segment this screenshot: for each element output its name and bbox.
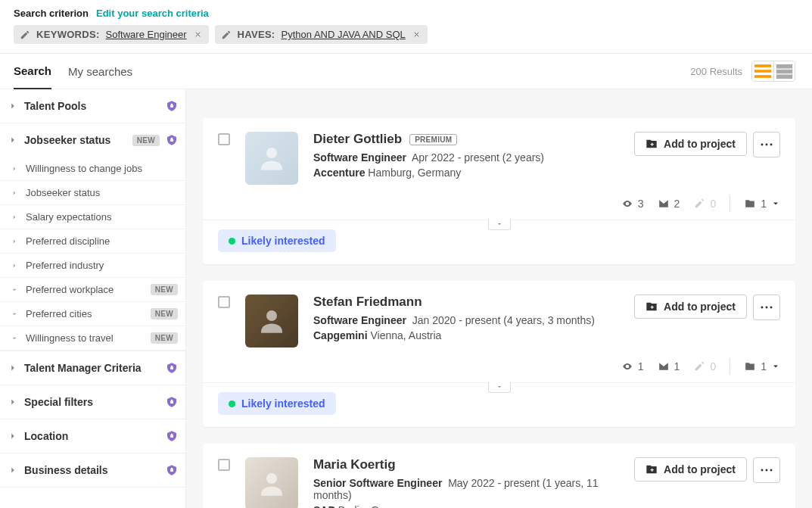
view-compact-button[interactable] (773, 61, 795, 81)
lock-icon (166, 429, 178, 443)
folder-icon (744, 198, 756, 209)
premium-badge: PREMIUM (409, 134, 457, 145)
svg-point-4 (266, 310, 277, 321)
filter-special[interactable]: Special filters (0, 385, 185, 419)
sub-label: Salary expectations (26, 211, 178, 223)
filter-talent-manager[interactable]: Talent Manager Criteria (0, 351, 185, 385)
chip-value: Software Engineer (106, 29, 187, 40)
pencil-icon (20, 30, 30, 40)
lock-icon (166, 99, 178, 113)
more-button[interactable] (753, 295, 780, 320)
svg-point-0 (266, 148, 277, 158)
notes-stat: 0 (693, 360, 716, 372)
sub-label: Willingness to change jobs (26, 163, 178, 174)
svg-point-11 (770, 469, 773, 472)
filter-title: Talent Pools (24, 100, 160, 112)
chevron-down-icon (771, 362, 780, 371)
select-checkbox[interactable] (218, 459, 230, 471)
avatar[interactable] (245, 457, 298, 508)
filter-sub-item[interactable]: Preferred cities NEW (0, 302, 185, 326)
interest-tag: Likely interested (218, 229, 336, 252)
mail-icon (658, 198, 670, 209)
chip-remove[interactable] (412, 30, 422, 39)
filter-sub-item[interactable]: Preferred industry (0, 254, 185, 278)
svg-point-9 (761, 469, 764, 472)
folders-toggle[interactable]: 1 (744, 360, 780, 372)
chevron-right-icon (11, 238, 18, 245)
more-button[interactable] (753, 457, 780, 483)
add-to-project-button[interactable]: Add to project (634, 457, 747, 482)
more-button[interactable] (753, 132, 780, 157)
avatar[interactable] (245, 295, 298, 347)
chevron-right-icon (8, 101, 18, 111)
filter-sub-item[interactable]: Jobseeker status (0, 181, 185, 205)
job-title-row: Senior Software Engineer May 2022 - pres… (313, 477, 634, 501)
candidate-name[interactable]: Maria Koertig (313, 457, 396, 472)
expand-card-button[interactable] (488, 219, 511, 230)
filter-jobseeker-status[interactable]: Jobseeker status NEW (0, 123, 185, 157)
svg-point-6 (766, 307, 768, 309)
filter-sub-item[interactable]: Willingness to travel NEW (0, 326, 185, 351)
sub-label: Willingness to travel (26, 332, 146, 344)
criterion-label: Search criterion (14, 8, 89, 19)
tab-search[interactable]: Search (14, 54, 51, 89)
chevron-down-icon (496, 384, 503, 390)
candidate-name[interactable]: Stefan Friedmann (313, 295, 422, 310)
lock-icon (166, 463, 178, 477)
company-row: Accenture Hamburg, Germany (313, 167, 634, 179)
status-dot (229, 238, 235, 245)
new-badge: NEW (151, 284, 178, 295)
chevron-right-icon (8, 397, 18, 407)
chip-remove[interactable] (193, 30, 203, 39)
edit-icon (693, 198, 705, 209)
company-row: SAP Berlin, Germany (313, 504, 634, 508)
mail-icon (658, 361, 670, 372)
add-to-project-button[interactable]: Add to project (634, 295, 747, 319)
filter-business-details[interactable]: Business details (0, 453, 185, 487)
filter-location[interactable]: Location (0, 419, 185, 453)
add-to-project-button[interactable]: Add to project (634, 132, 747, 156)
candidate-name[interactable]: Dieter Gottlieb (313, 132, 402, 147)
expand-card-button[interactable] (488, 382, 511, 393)
view-list-button[interactable] (752, 61, 773, 81)
folders-toggle[interactable]: 1 (744, 198, 780, 210)
add-btn-label: Add to project (664, 463, 736, 475)
filter-sub-item[interactable]: Preferred discipline (0, 229, 185, 254)
job-title-row: Software Engineer Apr 2022 - present (2 … (313, 151, 634, 164)
add-btn-label: Add to project (664, 138, 736, 150)
tab-my-searches[interactable]: My searches (68, 55, 132, 89)
pencil-icon (221, 30, 232, 40)
messages-stat: 1 (658, 360, 680, 372)
chip-keywords[interactable]: KEYWORDS: Software Engineer (14, 25, 209, 44)
search-chips: KEYWORDS: Software Engineer HAVES: Pytho… (14, 25, 798, 44)
svg-point-2 (766, 144, 768, 146)
select-checkbox[interactable] (218, 133, 230, 145)
filter-talent-pools[interactable]: Talent Pools (0, 89, 185, 123)
select-checkbox[interactable] (218, 296, 230, 308)
svg-point-3 (770, 144, 773, 146)
chevron-right-icon (8, 465, 18, 475)
filter-title: Talent Manager Criteria (24, 362, 160, 374)
filter-sub-item[interactable]: Preferred workplace NEW (0, 278, 185, 302)
chevron-right-icon (8, 135, 18, 145)
lock-icon (166, 133, 178, 147)
chevron-down-icon (11, 286, 18, 294)
stats-row: 3 2 0 1 (203, 195, 795, 220)
chevron-right-icon (8, 363, 18, 373)
edit-search-link[interactable]: Edit your search criteria (96, 8, 209, 19)
candidate-card: Dieter Gottlieb PREMIUM Software Enginee… (203, 118, 795, 264)
sub-label: Preferred discipline (26, 235, 178, 247)
svg-point-10 (766, 469, 768, 472)
filter-sub-item[interactable]: Salary expectations (0, 205, 185, 229)
sub-label: Preferred industry (26, 260, 178, 271)
svg-point-1 (761, 144, 764, 146)
filter-sub-item[interactable]: Willingness to change jobs (0, 157, 185, 181)
chevron-right-icon (11, 165, 18, 173)
filter-sidebar: Talent Pools Jobseeker status NEW Willin… (0, 89, 186, 508)
folder-plus-icon (646, 463, 658, 475)
sub-label: Preferred cities (26, 308, 146, 319)
edit-icon (693, 361, 705, 372)
avatar[interactable] (245, 132, 298, 185)
chevron-down-icon (11, 335, 18, 342)
chip-haves[interactable]: HAVES: Python AND JAVA AND SQL (215, 25, 428, 44)
